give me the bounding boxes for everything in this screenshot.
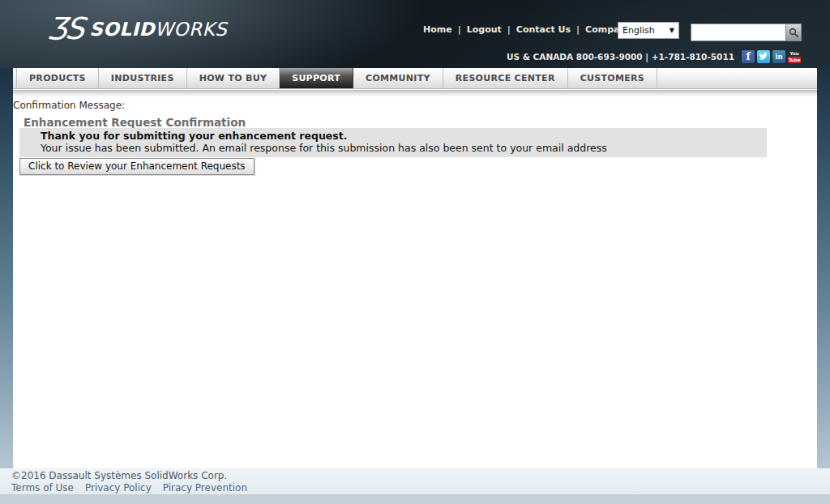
confirmation-message-label: Confirmation Message: bbox=[13, 100, 125, 111]
twitter-bird-icon bbox=[759, 53, 768, 61]
footer-links: Terms of Use Privacy Policy Piracy Preve… bbox=[11, 482, 247, 493]
phone-social-row: US & CANADA 800-693-9000 | +1-781-810-50… bbox=[507, 50, 801, 63]
review-enhancement-requests-button[interactable]: Click to Review your Enhancement Request… bbox=[19, 158, 255, 175]
tab-resource-center[interactable]: RESOURCE CENTER bbox=[443, 68, 568, 88]
privacy-policy-link[interactable]: Privacy Policy bbox=[85, 482, 152, 493]
piracy-prevention-link[interactable]: Piracy Prevention bbox=[163, 482, 247, 493]
copyright-text: ©2016 Dassault Systèmes SolidWorks Corp. bbox=[11, 470, 227, 481]
home-link[interactable]: Home bbox=[423, 24, 452, 35]
search-button[interactable] bbox=[786, 23, 802, 41]
terms-of-use-link[interactable]: Terms of Use bbox=[11, 482, 74, 493]
footer: ©2016 Dassault Systèmes SolidWorks Corp.… bbox=[0, 468, 830, 494]
page: ƷS SOLIDWORKS Home | Logout | Contact Us… bbox=[0, 0, 830, 504]
link-separator: | bbox=[458, 24, 461, 35]
tab-products[interactable]: PRODUCTS bbox=[16, 68, 99, 88]
confirmation-message-box: Thank you for submitting your enhancemen… bbox=[19, 128, 767, 157]
page-title: Enhancement Request Confirmation bbox=[24, 116, 246, 129]
twitter-icon[interactable] bbox=[757, 50, 770, 63]
confirmation-detail-text: Your issue has been submitted. An email … bbox=[41, 142, 759, 154]
link-separator: | bbox=[507, 24, 511, 35]
youtube-you-text: You bbox=[788, 50, 801, 57]
contact-us-link[interactable]: Contact Us bbox=[516, 24, 571, 35]
site-search bbox=[691, 23, 802, 41]
content-container: PRODUCTS INDUSTRIES HOW TO BUY SUPPORT C… bbox=[13, 68, 817, 468]
tab-support[interactable]: SUPPORT bbox=[280, 68, 353, 88]
logo-works-text: WORKS bbox=[155, 19, 227, 40]
facebook-icon[interactable]: f bbox=[742, 50, 755, 63]
logo-solid-text: SOLID bbox=[89, 19, 155, 40]
top-banner: ƷS SOLIDWORKS Home | Logout | Contact Us… bbox=[0, 0, 830, 68]
social-icons: f in You Tube bbox=[742, 50, 801, 63]
tab-customers[interactable]: CUSTOMERS bbox=[568, 68, 657, 88]
tab-how-to-buy[interactable]: HOW TO BUY bbox=[187, 68, 280, 88]
chevron-down-icon: ▼ bbox=[670, 27, 674, 34]
youtube-tube-text: Tube bbox=[788, 57, 801, 63]
bottom-gradient-band bbox=[0, 494, 830, 504]
main-content: Confirmation Message: Enhancement Reques… bbox=[13, 96, 817, 468]
language-dropdown[interactable]: English ▼ bbox=[618, 22, 679, 39]
tab-industries[interactable]: INDUSTRIES bbox=[99, 68, 187, 88]
logout-link[interactable]: Logout bbox=[467, 24, 502, 35]
tabbar-shadow-strip bbox=[13, 90, 817, 96]
main-nav-tabs: PRODUCTS INDUSTRIES HOW TO BUY SUPPORT C… bbox=[13, 68, 817, 89]
logo-wordmark: SOLIDWORKS bbox=[89, 19, 227, 40]
link-separator: | bbox=[576, 24, 580, 35]
language-selected-value: English bbox=[622, 25, 655, 36]
tab-community[interactable]: COMMUNITY bbox=[353, 68, 443, 88]
linkedin-icon[interactable]: in bbox=[772, 50, 785, 63]
solidworks-logo[interactable]: ƷS SOLIDWORKS bbox=[47, 13, 227, 45]
youtube-icon[interactable]: You Tube bbox=[788, 50, 801, 63]
ds-logo-icon: ƷS bbox=[45, 13, 84, 45]
search-icon bbox=[789, 28, 798, 37]
phone-numbers: US & CANADA 800-693-9000 | +1-781-810-50… bbox=[507, 52, 734, 62]
confirmation-thank-you-text: Thank you for submitting your enhancemen… bbox=[41, 130, 759, 142]
search-input[interactable] bbox=[691, 23, 786, 41]
